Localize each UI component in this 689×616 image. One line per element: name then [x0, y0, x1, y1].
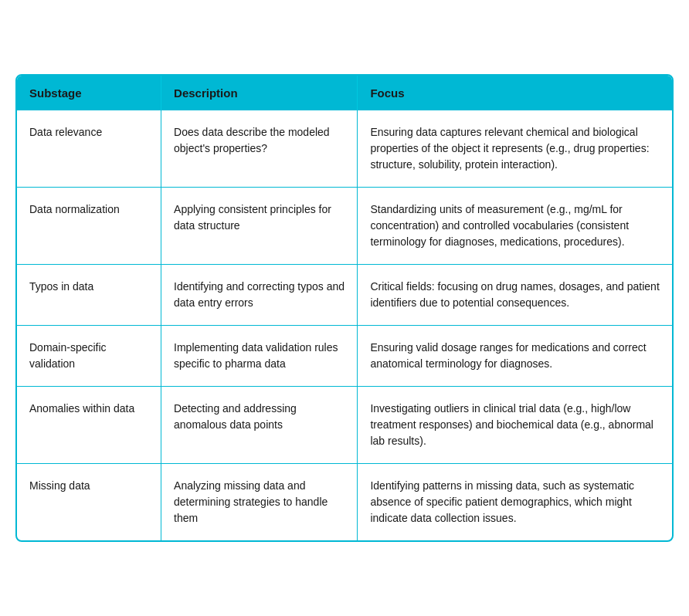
cell-substage: Typos in data — [17, 265, 161, 326]
table-header-row: Substage Description Focus — [17, 76, 672, 110]
main-table-container: Substage Description Focus Data relevanc… — [15, 74, 674, 542]
header-focus: Focus — [358, 76, 672, 110]
cell-focus: Critical fields: focusing on drug names,… — [358, 265, 672, 326]
cell-focus: Ensuring data captures relevant chemical… — [358, 110, 672, 188]
table-row: Data relevanceDoes data describe the mod… — [17, 110, 672, 188]
header-description: Description — [161, 76, 358, 110]
cell-description: Detecting and addressing anomalous data … — [161, 387, 358, 464]
cell-substage: Anomalies within data — [17, 387, 161, 464]
cell-substage: Missing data — [17, 464, 161, 541]
cell-focus: Identifying patterns in missing data, su… — [358, 464, 672, 541]
cell-description: Analyzing missing data and determining s… — [161, 464, 358, 541]
cell-substage: Data relevance — [17, 110, 161, 188]
table-row: Missing dataAnalyzing missing data and d… — [17, 464, 672, 541]
cell-description: Implementing data validation rules speci… — [161, 326, 358, 387]
header-substage: Substage — [17, 76, 161, 110]
cell-description: Does data describe the modeled object's … — [161, 110, 358, 188]
data-table: Substage Description Focus Data relevanc… — [17, 76, 672, 540]
table-row: Domain-specific validationImplementing d… — [17, 326, 672, 387]
table-row: Typos in dataIdentifying and correcting … — [17, 265, 672, 326]
cell-description: Applying consistent principles for data … — [161, 188, 358, 265]
cell-focus: Standardizing units of measurement (e.g.… — [358, 188, 672, 265]
cell-substage: Domain-specific validation — [17, 326, 161, 387]
table-row: Data normalizationApplying consistent pr… — [17, 188, 672, 265]
table-row: Anomalies within dataDetecting and addre… — [17, 387, 672, 464]
cell-substage: Data normalization — [17, 188, 161, 265]
cell-description: Identifying and correcting typos and dat… — [161, 265, 358, 326]
cell-focus: Ensuring valid dosage ranges for medicat… — [358, 326, 672, 387]
cell-focus: Investigating outliers in clinical trial… — [358, 387, 672, 464]
